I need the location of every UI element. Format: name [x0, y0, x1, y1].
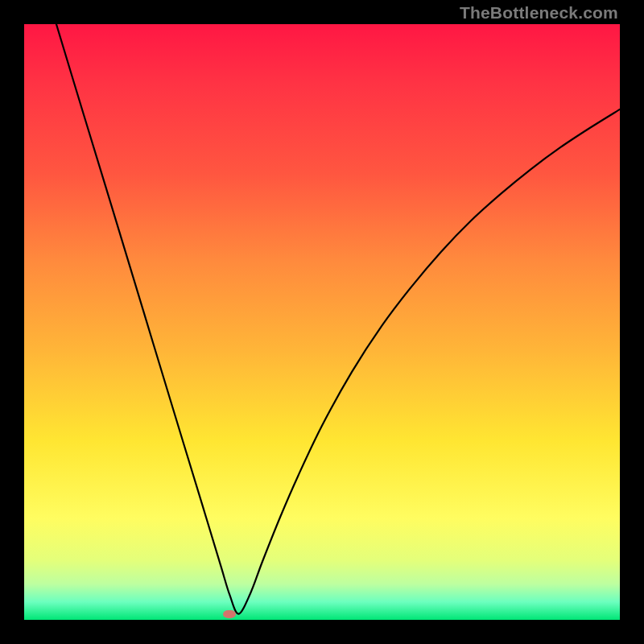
chart-frame: TheBottleneck.com	[0, 0, 644, 644]
plot-area	[24, 24, 620, 620]
minimum-marker	[223, 610, 236, 618]
watermark-text: TheBottleneck.com	[460, 3, 618, 23]
bottleneck-curve	[24, 24, 620, 620]
